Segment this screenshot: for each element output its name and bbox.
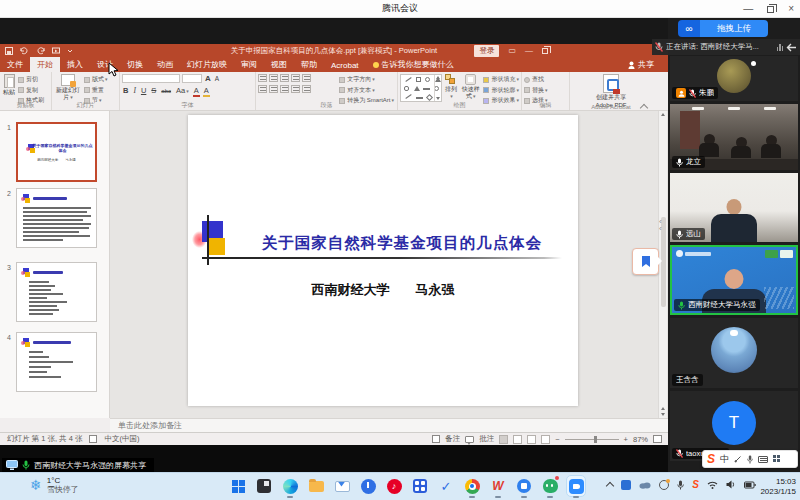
font-name-combobox[interactable] xyxy=(122,74,180,83)
fit-slide-icon[interactable] xyxy=(653,435,662,443)
ime-keyboard-icon[interactable] xyxy=(758,456,768,463)
zoom-slider[interactable] xyxy=(565,439,619,440)
ime-toolbox-icon[interactable] xyxy=(773,455,781,463)
tencent-meeting-button[interactable] xyxy=(566,476,586,496)
ime-language-toggle[interactable]: 中 xyxy=(720,453,729,466)
italic-button[interactable]: I xyxy=(132,86,137,95)
text-direction-button[interactable]: 文字方向 xyxy=(339,75,394,84)
collapse-ribbon-icon[interactable] xyxy=(640,103,648,109)
reading-view-button[interactable] xyxy=(527,435,536,444)
participant-tile-mayongqiang[interactable]: 西南财经大学马永强 xyxy=(670,245,798,315)
comments-toggle[interactable]: 批注 xyxy=(479,434,494,444)
decrease-font-button[interactable]: A xyxy=(214,75,220,82)
align-text-button[interactable]: 对齐文本 xyxy=(339,86,394,95)
start-button[interactable] xyxy=(228,476,248,496)
slide-thumbnail-3[interactable] xyxy=(16,262,97,322)
layout-button[interactable]: 版式 xyxy=(84,75,108,84)
tab-animations[interactable]: 动画 xyxy=(150,57,180,72)
align-center-icon[interactable] xyxy=(269,85,278,93)
font-size-combobox[interactable] xyxy=(182,74,202,83)
increase-indent-icon[interactable] xyxy=(291,74,300,82)
tab-view[interactable]: 视图 xyxy=(264,57,294,72)
notes-pane[interactable]: 单击此处添加备注 xyxy=(110,418,668,432)
file-explorer-button[interactable] xyxy=(306,476,326,496)
participant-tile-yuanshan[interactable]: 远山 xyxy=(670,173,798,242)
tab-help[interactable]: 帮助 xyxy=(294,57,324,72)
gallery-scroll[interactable] xyxy=(434,75,441,101)
paste-button[interactable]: 粘贴 xyxy=(2,74,16,101)
calculator-button[interactable] xyxy=(410,476,430,496)
participant-tile-longli[interactable]: 龙立 xyxy=(670,104,798,170)
tab-file[interactable]: 文件 xyxy=(0,57,30,72)
bookmark-floater[interactable] xyxy=(632,248,659,275)
ribbon-display-icon[interactable]: ▭ xyxy=(508,47,516,55)
wps-button[interactable]: W xyxy=(488,476,508,496)
new-slide-button[interactable]: 新建幻灯片 xyxy=(54,74,82,101)
wifi-icon[interactable] xyxy=(707,480,718,489)
zoom-in-button[interactable]: + xyxy=(624,435,628,444)
tab-home[interactable]: 开始 xyxy=(30,57,60,72)
redo-icon[interactable] xyxy=(36,47,45,55)
zoom-out-button[interactable]: − xyxy=(555,435,559,444)
netease-music-button[interactable]: ♪ xyxy=(384,476,404,496)
columns-icon[interactable] xyxy=(302,85,311,93)
normal-view-button[interactable] xyxy=(499,435,508,444)
tab-slideshow[interactable]: 幻灯片放映 xyxy=(180,57,234,72)
edge-button[interactable] xyxy=(280,476,300,496)
highlight-color-button[interactable]: A xyxy=(193,86,200,97)
save-icon[interactable] xyxy=(5,47,13,55)
zoom-level[interactable]: 87% xyxy=(633,435,648,444)
clock-app-button[interactable] xyxy=(358,476,378,496)
align-left-icon[interactable] xyxy=(258,85,267,93)
notes-toggle-icon[interactable] xyxy=(432,435,440,443)
ime-mic-icon[interactable] xyxy=(747,455,753,464)
reset-button[interactable]: 重置 xyxy=(84,86,108,95)
login-button[interactable]: 登录 xyxy=(474,45,499,57)
taskbar-clock[interactable]: 15:03 2023/1/15 xyxy=(760,477,796,497)
slide-thumbnail-4[interactable] xyxy=(16,332,97,392)
replace-button[interactable]: 替换 xyxy=(524,86,567,95)
undo-icon[interactable] xyxy=(20,47,29,55)
strikethrough-button[interactable]: S xyxy=(150,86,157,95)
back-arrow-icon[interactable] xyxy=(786,43,797,52)
weather-widget[interactable]: ❄ 1°C 雪快停了 xyxy=(30,476,79,494)
numbering-icon[interactable] xyxy=(269,74,278,82)
chrome-button[interactable] xyxy=(462,476,482,496)
volume-icon[interactable] xyxy=(726,480,736,489)
justify-icon[interactable] xyxy=(291,85,300,93)
spellcheck-icon[interactable] xyxy=(89,435,97,443)
text-shadow-button[interactable]: abc xyxy=(160,88,172,94)
ime-pen-icon[interactable] xyxy=(734,455,742,463)
wechat-button[interactable] xyxy=(540,476,560,496)
slide-thumbnail-2[interactable] xyxy=(16,188,97,248)
notes-toggle[interactable]: 备注 xyxy=(445,434,460,444)
copy-button[interactable]: 复制 xyxy=(18,86,44,95)
underline-button[interactable]: U xyxy=(140,86,147,95)
increase-font-button[interactable]: A xyxy=(204,74,212,83)
current-slide[interactable]: 关于国家自然科学基金项目的几点体会 西南财经大学 马永强 xyxy=(188,115,578,406)
shape-outline-button[interactable]: 形状轮廓 xyxy=(483,86,519,95)
change-case-button[interactable]: Aa xyxy=(175,86,190,95)
restore-icon[interactable] xyxy=(767,6,774,13)
align-right-icon[interactable] xyxy=(280,85,289,93)
bold-button[interactable]: B xyxy=(122,86,129,95)
battery-icon[interactable] xyxy=(744,481,756,489)
ppt-restore-icon[interactable] xyxy=(542,48,548,54)
arrange-button[interactable]: 排列 xyxy=(444,74,458,101)
find-button[interactable]: 查找 xyxy=(524,75,567,84)
snip-tool-button[interactable] xyxy=(254,476,274,496)
sidebar-collapse-handle[interactable]: ‹‹ xyxy=(659,218,662,232)
decrease-indent-icon[interactable] xyxy=(280,74,289,82)
tab-insert[interactable]: 插入 xyxy=(60,57,90,72)
cut-button[interactable]: 剪切 xyxy=(18,75,44,84)
quick-styles-button[interactable]: 快速样式 xyxy=(460,74,482,101)
tray-app-icon[interactable] xyxy=(621,480,631,490)
upload-button[interactable]: ∞ 拖拽上传 xyxy=(678,20,768,37)
shape-fill-button[interactable]: 形状填充 xyxy=(483,75,519,84)
close-icon[interactable]: × xyxy=(788,4,794,14)
tray-mic-icon[interactable] xyxy=(677,480,684,490)
share-button[interactable]: 共享 xyxy=(628,59,654,70)
ppt-minimize-icon[interactable]: — xyxy=(525,47,533,55)
qat-dropdown-icon[interactable] xyxy=(67,47,73,55)
mail-button[interactable] xyxy=(332,476,352,496)
